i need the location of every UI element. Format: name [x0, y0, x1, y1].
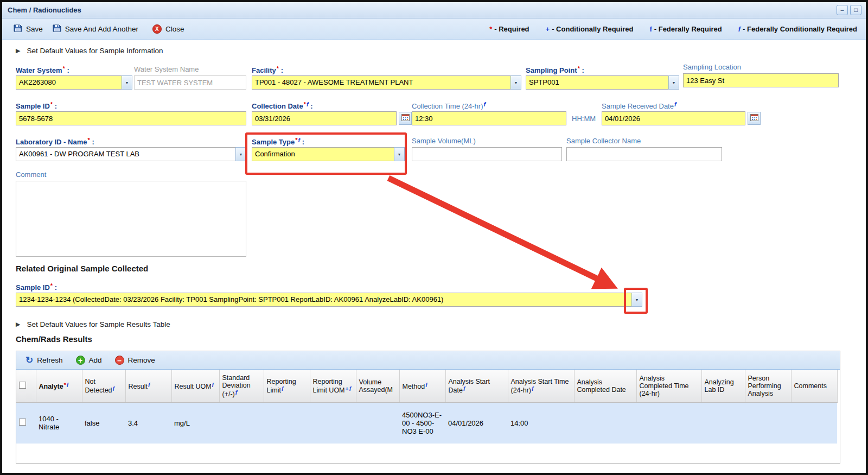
laboratory-combo[interactable]: AK00961 - DW PROGRAM TEST LAB ▼ [16, 147, 246, 161]
sample-id-field[interactable] [16, 111, 246, 125]
related-sample-id-combo[interactable]: 1234-1234-1234 (CollectedDate: 03/23/202… [16, 293, 642, 307]
results-heading: Chem/Rads Results [16, 334, 92, 344]
col-header-analysis-start-time[interactable]: Analysis Start Time (24-hr)f [508, 370, 574, 402]
refresh-button-label: Refresh [37, 356, 62, 364]
chevron-down-icon[interactable]: ▼ [510, 75, 521, 90]
collapse-arrow-icon: ▶ [16, 47, 20, 54]
add-icon: + [76, 356, 85, 365]
chevron-down-icon[interactable]: ▼ [122, 75, 132, 90]
federal-mark: f [463, 385, 465, 392]
col-header-method[interactable]: Methodf [399, 370, 445, 402]
federal-mark: f [148, 382, 150, 388]
sample-type-combo[interactable]: Confirmation ▼ [252, 147, 405, 161]
sample-collector-field[interactable] [566, 147, 722, 161]
related-sample-id-label: Sample ID [16, 283, 50, 292]
select-all-cell [16, 370, 36, 402]
col-header-analysis-completed-date[interactable]: Analysis Completed Date [574, 370, 636, 402]
water-system-combo[interactable]: AK2263080 ▼ [16, 75, 132, 90]
minimize-icon[interactable]: – [837, 5, 848, 15]
remove-button[interactable]: – Remove [110, 353, 160, 368]
conditional-mark: + [346, 385, 349, 392]
federal-mark: f [532, 385, 534, 392]
col-header-result[interactable]: Resultf [125, 370, 171, 402]
sample-collector-group: Sample Collector Name [566, 137, 722, 161]
chevron-down-icon[interactable]: ▼ [668, 75, 679, 90]
water-system-value: AK2263080 [16, 75, 122, 90]
sample-type-label: Sample Type [252, 138, 295, 146]
main-toolbar: Save Save And Add Another X Close *- Req… [2, 18, 866, 40]
col-header-standard-deviation[interactable]: Standard Deviation (+/-)f [219, 370, 264, 402]
sampling-location-label: Sampling Location [683, 63, 839, 73]
results-grid: ↻ Refresh + Add – Remove [16, 351, 840, 464]
add-button[interactable]: + Add [71, 353, 107, 368]
sample-id-label: Sample ID [16, 102, 50, 110]
sample-info-defaults-label: Set Default Values for Sample Informatio… [27, 47, 163, 55]
federal-mark: f [674, 101, 676, 107]
col-header-volume-assayed[interactable]: Volume Assayed(M [356, 370, 399, 402]
results-defaults-label: Set Default Values for Sample Results Ta… [27, 320, 170, 328]
chevron-down-icon[interactable]: ▼ [631, 293, 642, 307]
required-mark: * [295, 137, 297, 143]
col-header-not-detected[interactable]: Not Detectedf [82, 370, 125, 402]
col-header-reporting-limit[interactable]: Reporting Limitf [264, 370, 310, 402]
federal-mark: f [425, 382, 427, 388]
sampling-point-combo[interactable]: SPTP001 ▼ [526, 75, 679, 90]
save-and-add-another-button[interactable]: Save And Add Another [48, 21, 143, 37]
chevron-down-icon[interactable]: ▼ [235, 147, 246, 161]
facility-group: Facility* : TP001 - 48027 - AWESOME TREA… [252, 65, 521, 90]
window-tools: – □ [837, 5, 861, 15]
sample-received-date-field[interactable] [602, 111, 745, 125]
sampling-location-field[interactable] [683, 73, 839, 87]
federal-mark: f [484, 101, 486, 107]
federal-mark: f [282, 385, 284, 392]
water-system-name-field [134, 75, 246, 90]
comment-textarea[interactable] [16, 181, 246, 257]
comment-group: Comment [16, 170, 246, 259]
laboratory-group: Laboratory ID - Name* : AK00961 - DW PRO… [16, 137, 246, 161]
sample-received-date-group: Sample Received Datef [602, 101, 764, 125]
refresh-button[interactable]: ↻ Refresh [21, 353, 68, 368]
col-header-person-performing-analysis[interactable]: Person Performing Analysis [745, 370, 791, 402]
close-icon: X [152, 24, 162, 34]
sample-collector-label: Sample Collector Name [566, 137, 722, 147]
save-and-add-another-label: Save And Add Another [65, 25, 138, 33]
cell-standard-deviation [219, 402, 264, 444]
col-header-analysis-completed-time[interactable]: Analysis Completed Time (24-hr) [636, 370, 701, 402]
results-toolbar: ↻ Refresh + Add – Remove [16, 351, 840, 370]
time-format-hint: HH:MM [572, 115, 596, 123]
col-header-analysis-start-date[interactable]: Analysis Start Datef [445, 370, 508, 402]
laboratory-label: Laboratory ID - Name [16, 138, 87, 146]
sample-info-defaults-toggle[interactable]: ▶ Set Default Values for Sample Informat… [16, 47, 163, 55]
col-header-comments[interactable]: Comments [791, 370, 837, 402]
cell-result: 3.4 [125, 402, 171, 444]
chevron-down-icon[interactable]: ▼ [394, 147, 405, 161]
federal-mark: f [67, 382, 69, 388]
save-button[interactable]: Save [9, 21, 48, 37]
close-button-label: Close [165, 25, 184, 33]
chem-radionuclides-window: Chem / Radionuclides – □ Save Save And A… [0, 0, 868, 475]
federal-mark: f [212, 382, 214, 388]
calendar-button[interactable] [399, 112, 412, 125]
form-content: ▶ Set Default Values for Sample Informat… [2, 40, 866, 473]
col-header-reporting-limit-uom[interactable]: Reporting Limit UOM+f [310, 370, 356, 402]
cell-analyte: 1040 - Nitrate [36, 402, 82, 444]
maximize-icon[interactable]: □ [850, 5, 861, 15]
water-system-label: Water System [16, 66, 62, 74]
cell-analysis-completed-date [574, 402, 636, 444]
close-button[interactable]: X Close [148, 22, 189, 36]
calendar-button[interactable] [748, 112, 761, 125]
table-row[interactable]: 1040 - Nitrate false 3.4 mg/L 4500NO3-E-… [16, 402, 837, 444]
col-header-result-uom[interactable]: Result UOMf [171, 370, 219, 402]
row-checkbox[interactable] [19, 419, 26, 426]
results-defaults-toggle[interactable]: ▶ Set Default Values for Sample Results … [16, 320, 170, 328]
select-all-checkbox[interactable] [19, 382, 26, 389]
facility-combo[interactable]: TP001 - 48027 - AWESOME TREATMENT PLANT … [252, 75, 521, 90]
col-header-analyzing-lab-id[interactable]: Analyzing Lab ID [701, 370, 745, 402]
cell-volume-assayed [356, 402, 399, 444]
collection-time-field[interactable] [412, 111, 566, 125]
legend-required: *- Required [489, 25, 529, 33]
col-header-analyte[interactable]: Analyte*f [36, 370, 82, 402]
row-select-cell [16, 402, 36, 444]
sample-volume-field[interactable] [412, 147, 562, 161]
collection-date-field[interactable] [252, 111, 397, 125]
